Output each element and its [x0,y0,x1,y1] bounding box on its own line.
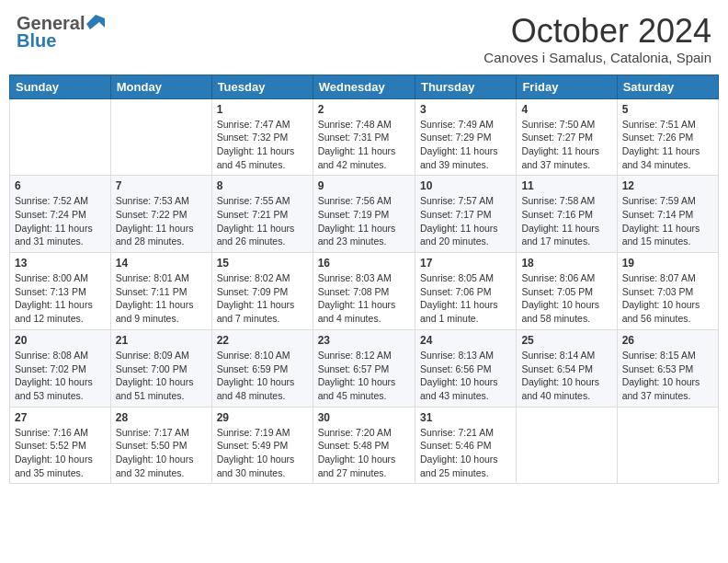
cell-content: Sunrise: 8:00 AM Sunset: 7:13 PM Dayligh… [15,271,106,326]
cell-content: Sunrise: 7:17 AM Sunset: 5:50 PM Dayligh… [116,426,207,480]
calendar-cell: 16Sunrise: 8:03 AM Sunset: 7:08 PM Dayli… [313,253,415,330]
cell-content: Sunrise: 7:49 AM Sunset: 7:29 PM Dayligh… [420,118,511,172]
day-number: 16 [318,257,410,270]
calendar-cell: 31Sunrise: 7:21 AM Sunset: 5:46 PM Dayli… [415,407,516,484]
calendar-cell: 22Sunrise: 8:10 AM Sunset: 6:59 PM Dayli… [211,329,313,407]
cell-content: Sunrise: 7:20 AM Sunset: 5:48 PM Dayligh… [318,426,410,480]
day-number: 18 [521,257,611,270]
calendar-cell: 5Sunrise: 7:51 AM Sunset: 7:26 PM Daylig… [617,98,718,176]
calendar-cell: 13Sunrise: 8:00 AM Sunset: 7:13 PM Dayli… [10,253,111,330]
calendar-cell: 30Sunrise: 7:20 AM Sunset: 5:48 PM Dayli… [313,407,415,484]
page-header: General Blue October 2024 Canoves i Sama… [9,9,719,69]
cell-content: Sunrise: 8:10 AM Sunset: 6:59 PM Dayligh… [217,349,308,403]
day-number: 22 [217,334,308,347]
day-number: 4 [521,103,611,116]
calendar-cell: 3Sunrise: 7:49 AM Sunset: 7:29 PM Daylig… [415,98,516,176]
cell-content: Sunrise: 8:13 AM Sunset: 6:56 PM Dayligh… [420,349,511,403]
day-number: 30 [318,411,410,424]
calendar-cell: 18Sunrise: 8:06 AM Sunset: 7:05 PM Dayli… [517,253,617,330]
day-number: 3 [420,103,511,116]
day-number: 29 [217,411,308,424]
calendar-week-1: 1Sunrise: 7:47 AM Sunset: 7:32 PM Daylig… [10,98,719,176]
cell-content: Sunrise: 7:19 AM Sunset: 5:49 PM Dayligh… [217,426,308,480]
calendar-week-4: 20Sunrise: 8:08 AM Sunset: 7:02 PM Dayli… [10,329,719,407]
day-number: 6 [15,179,106,192]
day-header-wednesday: Wednesday [313,75,415,98]
day-number: 15 [217,257,308,270]
cell-content: Sunrise: 7:58 AM Sunset: 7:16 PM Dayligh… [521,194,611,248]
day-number: 27 [15,411,106,424]
calendar-cell [517,407,617,484]
calendar-cell: 12Sunrise: 7:59 AM Sunset: 7:14 PM Dayli… [617,176,718,253]
day-number: 28 [116,411,207,424]
logo-icon [86,15,105,33]
cell-content: Sunrise: 8:09 AM Sunset: 7:00 PM Dayligh… [116,349,207,403]
day-header-monday: Monday [110,75,211,98]
calendar-cell: 9Sunrise: 7:56 AM Sunset: 7:19 PM Daylig… [313,176,415,253]
logo: General Blue [17,13,105,52]
cell-content: Sunrise: 7:56 AM Sunset: 7:19 PM Dayligh… [318,194,410,248]
calendar-cell: 14Sunrise: 8:01 AM Sunset: 7:11 PM Dayli… [110,253,211,330]
day-number: 14 [116,257,207,270]
day-number: 11 [521,179,611,192]
calendar-cell: 20Sunrise: 8:08 AM Sunset: 7:02 PM Dayli… [10,329,111,407]
calendar-cell: 7Sunrise: 7:53 AM Sunset: 7:22 PM Daylig… [110,176,211,253]
cell-content: Sunrise: 7:50 AM Sunset: 7:27 PM Dayligh… [521,118,611,172]
calendar-cell: 23Sunrise: 8:12 AM Sunset: 6:57 PM Dayli… [313,329,415,407]
day-number: 13 [15,257,106,270]
day-number: 19 [622,257,713,270]
day-number: 10 [420,179,511,192]
day-number: 12 [622,179,713,192]
day-header-friday: Friday [517,75,617,98]
calendar-cell [110,98,211,176]
day-number: 2 [318,103,410,116]
month-title: October 2024 [483,13,711,50]
calendar-cell: 11Sunrise: 7:58 AM Sunset: 7:16 PM Dayli… [517,176,617,253]
cell-content: Sunrise: 8:02 AM Sunset: 7:09 PM Dayligh… [217,271,308,326]
cell-content: Sunrise: 8:08 AM Sunset: 7:02 PM Dayligh… [15,349,106,403]
day-number: 20 [15,334,106,347]
calendar-cell: 27Sunrise: 7:16 AM Sunset: 5:52 PM Dayli… [10,407,111,484]
cell-content: Sunrise: 7:59 AM Sunset: 7:14 PM Dayligh… [622,194,713,248]
day-number: 8 [217,179,308,192]
day-number: 25 [521,334,611,347]
day-number: 1 [217,103,308,116]
cell-content: Sunrise: 8:03 AM Sunset: 7:08 PM Dayligh… [318,271,410,326]
calendar-cell: 1Sunrise: 7:47 AM Sunset: 7:32 PM Daylig… [211,98,313,176]
day-number: 5 [622,103,713,116]
calendar-cell: 17Sunrise: 8:05 AM Sunset: 7:06 PM Dayli… [415,253,516,330]
calendar-cell: 19Sunrise: 8:07 AM Sunset: 7:03 PM Dayli… [617,253,718,330]
calendar-table: SundayMondayTuesdayWednesdayThursdayFrid… [9,75,719,485]
day-number: 9 [318,179,410,192]
calendar-cell: 25Sunrise: 8:14 AM Sunset: 6:54 PM Dayli… [517,329,617,407]
day-header-tuesday: Tuesday [211,75,313,98]
cell-content: Sunrise: 8:01 AM Sunset: 7:11 PM Dayligh… [116,271,207,326]
cell-content: Sunrise: 7:21 AM Sunset: 5:46 PM Dayligh… [420,426,511,480]
location-title: Canoves i Samalus, Catalonia, Spain [483,50,711,65]
day-number: 17 [420,257,511,270]
day-number: 24 [420,334,511,347]
logo-blue: Blue [17,30,56,52]
cell-content: Sunrise: 7:53 AM Sunset: 7:22 PM Dayligh… [116,194,207,248]
cell-content: Sunrise: 7:57 AM Sunset: 7:17 PM Dayligh… [420,194,511,248]
day-header-sunday: Sunday [10,75,111,98]
day-number: 26 [622,334,713,347]
calendar-week-5: 27Sunrise: 7:16 AM Sunset: 5:52 PM Dayli… [10,407,719,484]
cell-content: Sunrise: 8:12 AM Sunset: 6:57 PM Dayligh… [318,349,410,403]
calendar-cell: 21Sunrise: 8:09 AM Sunset: 7:00 PM Dayli… [110,329,211,407]
cell-content: Sunrise: 7:47 AM Sunset: 7:32 PM Dayligh… [217,118,308,172]
calendar-cell: 29Sunrise: 7:19 AM Sunset: 5:49 PM Dayli… [211,407,313,484]
day-number: 31 [420,411,511,424]
cell-content: Sunrise: 7:55 AM Sunset: 7:21 PM Dayligh… [217,194,308,248]
calendar-week-2: 6Sunrise: 7:52 AM Sunset: 7:24 PM Daylig… [10,176,719,253]
calendar-cell: 15Sunrise: 8:02 AM Sunset: 7:09 PM Dayli… [211,253,313,330]
day-header-saturday: Saturday [617,75,718,98]
cell-content: Sunrise: 7:51 AM Sunset: 7:26 PM Dayligh… [622,118,713,172]
cell-content: Sunrise: 7:48 AM Sunset: 7:31 PM Dayligh… [318,118,410,172]
calendar-header-row: SundayMondayTuesdayWednesdayThursdayFrid… [10,75,719,98]
cell-content: Sunrise: 8:07 AM Sunset: 7:03 PM Dayligh… [622,271,713,326]
day-number: 23 [318,334,410,347]
title-block: October 2024 Canoves i Samalus, Cataloni… [483,13,711,65]
calendar-week-3: 13Sunrise: 8:00 AM Sunset: 7:13 PM Dayli… [10,253,719,330]
svg-marker-0 [86,15,105,29]
